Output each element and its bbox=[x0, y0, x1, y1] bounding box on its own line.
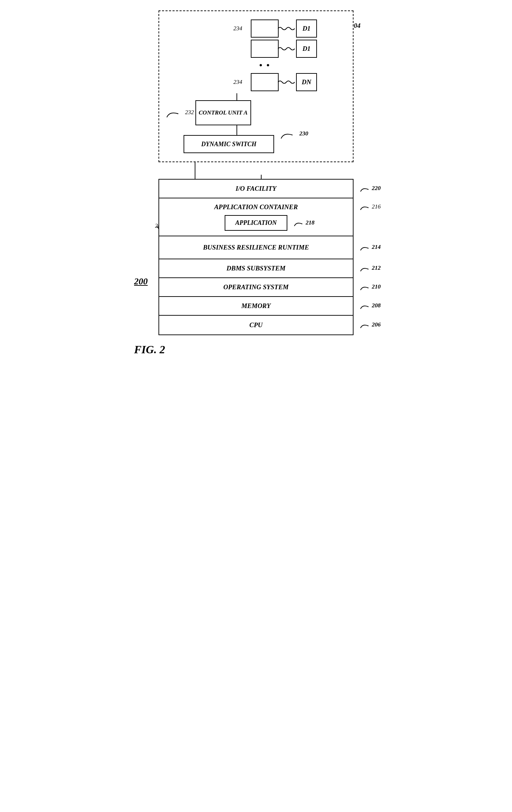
device-row-2: D1 bbox=[195, 40, 317, 58]
device-box-d1-top: D1 bbox=[296, 19, 317, 38]
device-row-1: 234 D1 bbox=[195, 19, 317, 38]
device-box-dn: DN bbox=[296, 73, 317, 91]
ref-220: 220 bbox=[360, 185, 381, 192]
memory-layer: MEMORY 208 bbox=[159, 297, 353, 316]
os-layer: OPERATING SYSTEM 210 bbox=[159, 278, 353, 297]
device-row-n: 234 DN bbox=[195, 73, 317, 91]
ref-212: 212 bbox=[360, 265, 381, 272]
dbms-layer: DBMS SUBSYSTEM 212 bbox=[159, 259, 353, 278]
app-container-layer: APPLICATION CONTAINER APPLICATION 218 bbox=[159, 198, 353, 236]
business-resilience-layer: BUSINESS RESILIENCE RUNTIME 214 bbox=[159, 236, 353, 259]
control-unit-box: CONTROL UNIT A bbox=[195, 100, 251, 125]
dynamic-switch-row: DYNAMIC SWITCH 230 bbox=[184, 135, 274, 153]
ref-234b-label: 234 bbox=[233, 79, 242, 86]
ref-218: 218 bbox=[294, 219, 315, 227]
ref-230-label: 230 bbox=[280, 129, 308, 139]
ref-208: 208 bbox=[360, 302, 381, 309]
ref-210: 210 bbox=[360, 283, 381, 291]
control-unit-row: 232 CONTROL UNIT A bbox=[166, 100, 251, 125]
ref-200-label: 200 bbox=[134, 276, 148, 287]
dynamic-switch-box: DYNAMIC SWITCH 230 bbox=[184, 135, 274, 153]
cpu-layer: CPU 206 bbox=[159, 316, 353, 334]
system-layers-box: I/O FACILITY 220 APPLICATION CONTAINER bbox=[158, 179, 354, 335]
dots-ellipsis: • • bbox=[195, 60, 317, 71]
storage-subsystem-box: 234 D1 bbox=[158, 10, 354, 162]
ref-206: 206 bbox=[360, 321, 381, 329]
ref-214: 214 bbox=[360, 244, 381, 251]
application-box: APPLICATION 218 bbox=[225, 215, 287, 231]
ref-216: 216 bbox=[360, 203, 381, 211]
device-box-d1-mid: D1 bbox=[296, 40, 317, 58]
fig-label: FIG. 2 bbox=[134, 343, 165, 356]
io-facility-layer: I/O FACILITY 220 bbox=[159, 180, 353, 198]
ref-234a-label: 234 bbox=[233, 25, 242, 32]
ref-232-label: 232 bbox=[166, 108, 194, 118]
